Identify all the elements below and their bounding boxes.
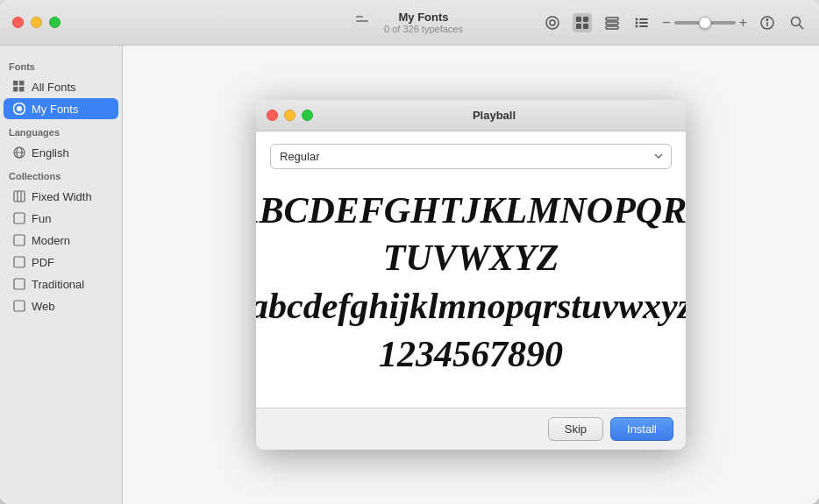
svg-line-19 bbox=[800, 25, 804, 29]
svg-rect-23 bbox=[19, 87, 25, 92]
dialog-body: Regular ABCDEFGHTJKLMNOPQRS TUVWXYZ abcd… bbox=[256, 131, 686, 408]
svg-rect-4 bbox=[576, 24, 581, 29]
traffic-lights bbox=[12, 17, 61, 28]
collections-section-label: Collections bbox=[0, 164, 122, 185]
all-fonts-label: All Fonts bbox=[32, 81, 76, 94]
maximize-button[interactable] bbox=[49, 17, 61, 28]
svg-rect-20 bbox=[13, 81, 18, 86]
svg-rect-10 bbox=[639, 18, 648, 20]
fixed-width-icon bbox=[12, 189, 26, 203]
my-fonts-label: My Fonts bbox=[32, 103, 78, 116]
svg-point-9 bbox=[636, 18, 638, 20]
svg-rect-36 bbox=[14, 301, 25, 311]
sidebar-item-web[interactable]: Web bbox=[4, 295, 118, 316]
svg-rect-33 bbox=[14, 235, 25, 245]
dialog-close-button[interactable] bbox=[267, 110, 278, 121]
traditional-icon bbox=[12, 277, 26, 291]
dialog-maximize-button[interactable] bbox=[302, 110, 313, 121]
svg-rect-12 bbox=[639, 22, 648, 24]
sidebar-toggle-button[interactable] bbox=[356, 16, 374, 30]
modern-icon bbox=[12, 233, 26, 247]
svg-point-11 bbox=[636, 21, 638, 24]
content-area: Playball Regular ABCDEFGHTJKLMNOPQRS TUV… bbox=[123, 46, 819, 504]
web-label: Web bbox=[32, 300, 55, 313]
title-bar: My Fonts 0 of 326 typefaces bbox=[0, 0, 819, 46]
languages-section-label: Languages bbox=[0, 120, 122, 141]
grid-icon bbox=[12, 80, 26, 94]
svg-rect-5 bbox=[583, 24, 588, 29]
main-content: Fonts All Fonts bbox=[0, 46, 819, 504]
svg-point-0 bbox=[546, 17, 559, 29]
svg-rect-2 bbox=[576, 17, 581, 22]
font-preview-area: ABCDEFGHTJKLMNOPQRS TUVWXYZ abcdefghijkl… bbox=[270, 169, 672, 395]
font-size-slider[interactable] bbox=[674, 21, 736, 25]
dialog-title: Playball bbox=[313, 109, 675, 122]
svg-rect-32 bbox=[14, 213, 25, 224]
svg-rect-8 bbox=[606, 26, 618, 29]
fun-label: Fun bbox=[32, 212, 51, 225]
slider-minus-label: − bbox=[662, 16, 670, 30]
skip-button[interactable]: Skip bbox=[548, 417, 603, 441]
svg-rect-6 bbox=[606, 18, 618, 20]
dialog-titlebar: Playball bbox=[256, 100, 686, 131]
search-button[interactable] bbox=[787, 13, 807, 32]
my-fonts-icon bbox=[12, 102, 26, 116]
font-install-dialog: Playball Regular ABCDEFGHTJKLMNOPQRS TUV… bbox=[256, 100, 686, 450]
svg-point-13 bbox=[636, 25, 638, 27]
preview-line-4: 1234567890 bbox=[256, 330, 686, 379]
sidebar-item-english[interactable]: English bbox=[4, 142, 118, 163]
svg-rect-34 bbox=[14, 257, 25, 267]
slider-plus-label: + bbox=[739, 16, 747, 30]
svg-rect-14 bbox=[639, 25, 648, 27]
fixed-width-label: Fixed Width bbox=[32, 190, 92, 203]
sidebar-item-traditional[interactable]: Traditional bbox=[4, 273, 118, 295]
preview-line-2: TUVWXYZ bbox=[256, 234, 686, 282]
font-size-slider-container: − + bbox=[662, 16, 747, 30]
svg-point-17 bbox=[766, 18, 768, 20]
svg-rect-3 bbox=[583, 17, 588, 22]
sidebar-item-fixed-width[interactable]: Fixed Width bbox=[4, 186, 118, 207]
window-title: My Fonts bbox=[384, 11, 463, 24]
sidebar-item-pdf[interactable]: PDF bbox=[4, 252, 118, 273]
window-subtitle: 0 of 326 typefaces bbox=[384, 24, 463, 34]
traditional-label: Traditional bbox=[32, 278, 84, 291]
svg-point-18 bbox=[792, 17, 801, 25]
dialog-footer: Skip Install bbox=[256, 408, 686, 450]
font-style-selector[interactable]: Regular bbox=[270, 144, 672, 169]
web-icon bbox=[12, 299, 26, 313]
app-window: My Fonts 0 of 326 typefaces bbox=[0, 0, 819, 504]
sidebar-item-fun[interactable]: Fun bbox=[4, 208, 118, 229]
sidebar-item-modern[interactable]: Modern bbox=[4, 230, 118, 251]
svg-point-1 bbox=[550, 20, 555, 25]
list-view-button[interactable] bbox=[602, 13, 622, 32]
globe-icon bbox=[12, 146, 26, 160]
preview-line-3: abcdefghijklmnopqrstuvwxyz bbox=[256, 282, 686, 330]
fonts-section-label: Fonts bbox=[0, 54, 122, 75]
toolbar-right: − + bbox=[543, 13, 807, 32]
close-button[interactable] bbox=[12, 17, 24, 28]
pdf-label: PDF bbox=[32, 256, 54, 269]
svg-rect-22 bbox=[13, 87, 18, 92]
sidebar-item-all-fonts[interactable]: All Fonts bbox=[4, 76, 118, 97]
filter-button[interactable] bbox=[543, 13, 562, 32]
english-label: English bbox=[32, 146, 69, 160]
svg-rect-7 bbox=[606, 22, 618, 25]
minimize-button[interactable] bbox=[31, 17, 42, 28]
svg-rect-35 bbox=[14, 279, 25, 289]
sidebar-item-my-fonts[interactable]: My Fonts bbox=[4, 98, 118, 119]
svg-point-25 bbox=[17, 106, 22, 111]
title-bar-center: My Fonts 0 of 326 typefaces bbox=[356, 11, 463, 34]
font-preview-text: ABCDEFGHTJKLMNOPQRS TUVWXYZ abcdefghijkl… bbox=[256, 187, 686, 378]
dialog-minimize-button[interactable] bbox=[284, 110, 296, 121]
svg-rect-29 bbox=[14, 191, 25, 202]
info-button[interactable] bbox=[758, 13, 777, 32]
detail-view-button[interactable] bbox=[632, 13, 652, 32]
install-button[interactable]: Install bbox=[610, 417, 673, 441]
svg-rect-21 bbox=[19, 81, 25, 86]
dialog-traffic-lights bbox=[267, 110, 313, 121]
modern-label: Modern bbox=[32, 234, 70, 247]
window-title-area: My Fonts 0 of 326 typefaces bbox=[384, 11, 463, 34]
fun-icon bbox=[12, 211, 26, 225]
pdf-icon bbox=[12, 255, 26, 269]
grid-view-button[interactable] bbox=[573, 13, 592, 32]
